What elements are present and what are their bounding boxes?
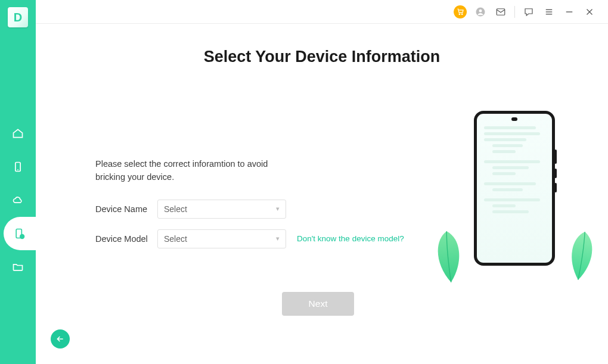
device-name-row: Device Name Select ▾ bbox=[95, 200, 405, 219]
main-content: Select Your Device Information Please se… bbox=[36, 24, 608, 364]
home-icon bbox=[12, 127, 24, 139]
phone-notch bbox=[511, 117, 517, 121]
chevron-down-icon: ▾ bbox=[276, 205, 280, 213]
titlebar-close-button[interactable] bbox=[579, 0, 600, 24]
app-logo: D bbox=[8, 7, 28, 27]
titlebar-menu-button[interactable] bbox=[539, 0, 559, 24]
mail-icon bbox=[495, 7, 506, 17]
sidebar-item-device-alert[interactable] bbox=[4, 217, 36, 250]
close-icon bbox=[584, 7, 595, 17]
app-logo-letter: D bbox=[14, 11, 22, 24]
minimize-icon bbox=[564, 7, 575, 17]
phone-side-buttons bbox=[554, 150, 557, 192]
device-model-select[interactable]: Select ▾ bbox=[157, 229, 286, 248]
titlebar-user-button[interactable] bbox=[470, 0, 491, 24]
phone-icon bbox=[12, 161, 24, 173]
menu-icon bbox=[544, 7, 554, 17]
sidebar-item-home[interactable] bbox=[0, 117, 36, 150]
device-alert-icon bbox=[14, 228, 26, 239]
cloud-icon bbox=[12, 194, 24, 206]
svg-rect-10 bbox=[497, 8, 505, 15]
device-name-select-value: Select bbox=[164, 204, 187, 214]
device-model-row: Device Model Select ▾ Don't know the dev… bbox=[95, 229, 405, 248]
page-title: Select Your Device Information bbox=[36, 48, 608, 66]
sidebar-item-folder[interactable] bbox=[0, 250, 36, 284]
device-name-select[interactable]: Select ▾ bbox=[157, 200, 286, 219]
sidebar: D bbox=[0, 0, 36, 364]
phone-illustration bbox=[474, 111, 555, 266]
device-info-form: Please select the correct inforamtion to… bbox=[95, 157, 405, 259]
titlebar-mail-button[interactable] bbox=[491, 0, 511, 24]
sidebar-item-phone[interactable] bbox=[0, 150, 36, 183]
device-model-select-value: Select bbox=[164, 234, 187, 244]
leaf-icon bbox=[559, 228, 604, 284]
cart-icon bbox=[454, 5, 467, 18]
sidebar-item-cloud[interactable] bbox=[0, 183, 36, 217]
titlebar-minimize-button[interactable] bbox=[559, 0, 579, 24]
titlebar-cart-button[interactable] bbox=[450, 0, 470, 24]
device-model-label: Device Model bbox=[95, 234, 149, 244]
folder-icon bbox=[12, 261, 24, 273]
feedback-icon bbox=[523, 7, 534, 17]
back-button[interactable] bbox=[51, 329, 70, 349]
svg-point-6 bbox=[459, 14, 460, 15]
leaf-icon bbox=[426, 228, 472, 285]
form-intro: Please select the correct inforamtion to… bbox=[95, 157, 298, 184]
titlebar bbox=[36, 0, 608, 24]
device-name-label: Device Name bbox=[95, 204, 149, 214]
next-button[interactable]: Next bbox=[282, 292, 354, 316]
svg-point-9 bbox=[479, 9, 482, 12]
svg-point-7 bbox=[461, 14, 463, 15]
user-icon bbox=[475, 7, 486, 17]
svg-point-5 bbox=[21, 237, 22, 238]
device-model-help-link[interactable]: Don't know the device model? bbox=[297, 234, 404, 243]
arrow-left-icon bbox=[55, 334, 65, 344]
titlebar-separator bbox=[514, 6, 515, 18]
device-illustration bbox=[446, 108, 583, 287]
chevron-down-icon: ▾ bbox=[276, 235, 280, 242]
next-button-label: Next bbox=[309, 298, 328, 309]
titlebar-feedback-button[interactable] bbox=[519, 0, 539, 24]
